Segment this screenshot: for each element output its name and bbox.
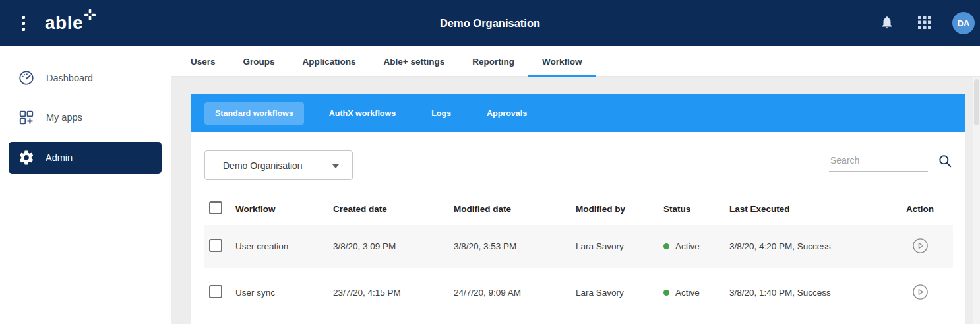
col-header-last-executed: Last Executed (729, 204, 887, 214)
select-all-checkbox[interactable] (209, 201, 222, 214)
sidebar-item-label: My apps (46, 112, 82, 123)
table-row[interactable]: User sync 23/7/20, 4:15 PM 24/7/20, 9:09… (204, 271, 953, 314)
chevron-down-icon (332, 164, 339, 168)
logo-plus-icon (84, 9, 96, 23)
workflow-subtabs: Standard workflows AuthX workflows Logs … (191, 94, 965, 132)
gear-icon (18, 149, 35, 166)
search-field-wrap (829, 152, 928, 172)
grid-icon (918, 16, 931, 31)
app-root: able Demo Organisation (0, 0, 980, 324)
cell-modified-by: Lara Savory (576, 288, 663, 298)
page-title: Demo Organisation (0, 17, 980, 30)
logo-text: able (45, 14, 83, 32)
apps-plus-icon (18, 109, 35, 126)
search-button[interactable] (938, 154, 952, 170)
organisation-dropdown-value: Demo Organisation (223, 160, 303, 171)
search-icon (938, 154, 952, 170)
kebab-menu-icon[interactable] (22, 16, 25, 31)
col-header-modified-by: Modified by (576, 204, 663, 214)
notifications-button[interactable] (880, 15, 894, 32)
bell-icon (880, 15, 894, 32)
tab-reporting[interactable]: Reporting (458, 46, 528, 77)
play-icon (912, 284, 929, 302)
sidebar-item-label: Dashboard (46, 73, 93, 83)
sidebar-item-admin[interactable]: Admin (9, 142, 162, 174)
status-active-dot (663, 290, 669, 296)
cell-status: Active (663, 242, 729, 251)
tab-workflow[interactable]: Workflow (528, 46, 596, 77)
tab-groups[interactable]: Groups (230, 46, 289, 77)
cell-last-executed: 3/8/20, 4:20 PM, Success (729, 242, 887, 251)
subtab-logs[interactable]: Logs (421, 102, 462, 125)
cell-modified-by: Lara Savory (576, 242, 663, 251)
col-header-status: Status (663, 204, 729, 214)
run-workflow-button[interactable] (912, 284, 929, 302)
subtab-standard-workflows[interactable]: Standard workflows (204, 102, 304, 125)
tab-able-settings[interactable]: Able+ settings (370, 46, 459, 77)
col-header-created-date: Created date (333, 204, 454, 214)
admin-tabbar: Users Groups Applications Able+ settings… (171, 46, 980, 77)
tab-applications[interactable]: Applications (289, 46, 370, 77)
workflows-table: Workflow Created date Modified date Modi… (204, 195, 953, 314)
top-navbar: able Demo Organisation (0, 0, 980, 46)
cell-last-executed: 3/8/20, 1:40 PM, Success (729, 288, 887, 298)
table-row[interactable]: User creation 3/8/20, 3:09 PM 3/8/20, 3:… (204, 225, 953, 268)
gauge-icon (18, 69, 35, 86)
scrollbar-track[interactable] (973, 77, 980, 324)
subtab-approvals[interactable]: Approvals (476, 102, 537, 125)
status-label: Active (675, 288, 700, 298)
col-header-modified-date: Modified date (454, 204, 576, 214)
topbar-actions: DA (880, 12, 980, 34)
sidebar-item-my-apps[interactable]: My apps (0, 103, 171, 132)
organisation-dropdown[interactable]: Demo Organisation (204, 150, 353, 180)
cell-workflow: User sync (235, 288, 333, 298)
tab-users[interactable]: Users (177, 46, 230, 77)
status-active-dot (663, 243, 669, 249)
row-checkbox[interactable] (209, 285, 222, 298)
play-icon (912, 238, 929, 256)
sidebar-item-dashboard[interactable]: Dashboard (0, 63, 171, 92)
cell-created-date: 3/8/20, 3:09 PM (333, 242, 454, 251)
col-header-workflow: Workflow (235, 204, 333, 214)
col-header-action: Action (887, 204, 953, 214)
scrollbar-thumb[interactable] (974, 79, 979, 125)
status-label: Active (675, 242, 700, 251)
workflow-panel: Standard workflows AuthX workflows Logs … (191, 94, 965, 324)
cell-created-date: 23/7/20, 4:15 PM (333, 288, 454, 298)
app-launcher-button[interactable] (918, 16, 931, 31)
subtab-authx-workflows[interactable]: AuthX workflows (319, 102, 406, 125)
logo: able (45, 14, 96, 32)
cell-modified-date: 3/8/20, 3:53 PM (454, 242, 576, 251)
run-workflow-button[interactable] (912, 238, 929, 256)
cell-workflow: User creation (235, 242, 333, 251)
row-checkbox[interactable] (209, 239, 222, 252)
cell-modified-date: 24/7/20, 9:09 AM (454, 288, 576, 298)
table-header-row: Workflow Created date Modified date Modi… (204, 195, 953, 222)
user-avatar[interactable]: DA (952, 12, 975, 34)
sidebar-item-label: Admin (46, 152, 73, 163)
search-input[interactable] (829, 152, 928, 172)
sidebar: Dashboard My apps Admin (0, 46, 171, 324)
cell-status: Active (663, 288, 729, 298)
